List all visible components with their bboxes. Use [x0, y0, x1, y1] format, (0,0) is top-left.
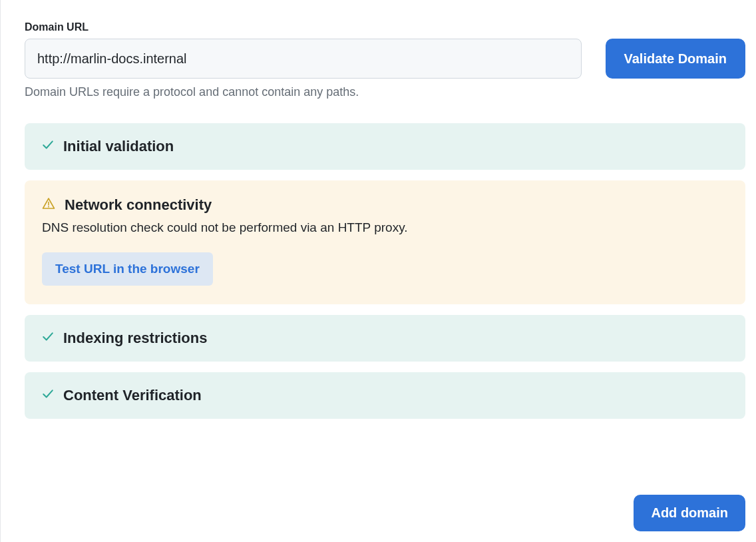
- footer: Add domain: [634, 495, 745, 531]
- content-verification-header: Content Verification: [42, 387, 728, 404]
- add-domain-button[interactable]: Add domain: [634, 495, 745, 531]
- svg-point-1: [48, 206, 49, 208]
- network-connectivity-card: Network connectivity DNS resolution chec…: [25, 180, 745, 304]
- indexing-restrictions-card: Indexing restrictions: [25, 315, 745, 362]
- validate-domain-button[interactable]: Validate Domain: [606, 39, 746, 79]
- initial-validation-header: Initial validation: [42, 138, 728, 155]
- check-icon: [42, 388, 54, 403]
- network-connectivity-title: Network connectivity: [65, 196, 212, 214]
- content-verification-card: Content Verification: [25, 372, 745, 419]
- test-url-button[interactable]: Test URL in the browser: [42, 252, 213, 286]
- initial-validation-title: Initial validation: [63, 138, 174, 155]
- domain-url-helper: Domain URLs require a protocol and canno…: [25, 85, 745, 99]
- initial-validation-card: Initial validation: [25, 123, 745, 170]
- warning-icon: [42, 197, 55, 213]
- domain-url-label: Domain URL: [25, 21, 745, 33]
- domain-url-input[interactable]: [25, 39, 582, 79]
- indexing-restrictions-header: Indexing restrictions: [42, 330, 728, 347]
- network-connectivity-message: DNS resolution check could not be perfor…: [42, 220, 728, 235]
- content-verification-title: Content Verification: [63, 387, 202, 404]
- indexing-restrictions-title: Indexing restrictions: [63, 330, 207, 347]
- check-icon: [42, 331, 54, 346]
- domain-input-row: Validate Domain: [25, 39, 745, 79]
- network-connectivity-header: Network connectivity: [42, 196, 728, 214]
- check-icon: [42, 139, 54, 154]
